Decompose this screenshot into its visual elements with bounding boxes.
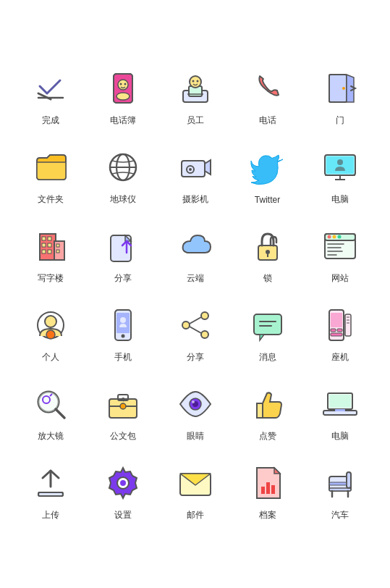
svg-rect-94 (329, 395, 351, 408)
svg-point-88 (120, 403, 126, 409)
svg-point-63 (182, 322, 190, 329)
svg-rect-33 (42, 237, 46, 240)
icon-item-magnify: 放大镜 (14, 377, 87, 448)
thumbup-icon (246, 382, 289, 426)
svg-text:$: $ (122, 396, 125, 403)
svg-rect-75 (331, 333, 342, 336)
svg-point-11 (192, 80, 194, 83)
icon-item-door: 门 (304, 61, 376, 133)
svg-rect-34 (48, 237, 51, 240)
complete-label: 完成 (42, 114, 59, 127)
icon-item-building: 写字楼 (14, 219, 87, 290)
cloud-icon (174, 224, 217, 268)
icon-item-desktop: 座机 (304, 298, 376, 369)
complete-icon (29, 67, 72, 110)
icon-item-globe: 地球仪 (87, 140, 159, 211)
twitter-icon (246, 147, 289, 190)
svg-point-5 (116, 93, 130, 100)
share3-icon (174, 303, 217, 347)
svg-point-7 (124, 83, 126, 85)
cloud-label: 云端 (187, 272, 204, 285)
share2-icon (101, 224, 145, 268)
folder-icon (29, 146, 72, 189)
svg-rect-74 (337, 329, 342, 332)
svg-point-61 (120, 317, 126, 323)
icon-item-twitter: Twitter (232, 140, 304, 211)
svg-line-66 (190, 327, 201, 333)
globe-icon (101, 146, 145, 189)
thumbup-label: 点赞 (259, 430, 276, 442)
eye-icon (174, 382, 217, 426)
svg-rect-96 (335, 409, 345, 411)
briefcase-icon: $ (101, 382, 145, 426)
share3-label: 分享 (187, 351, 204, 364)
settings-icon (101, 461, 145, 505)
icon-item-message: 消息 (232, 298, 304, 369)
svg-line-82 (56, 409, 64, 418)
svg-point-10 (190, 76, 201, 88)
mail-label: 邮件 (187, 509, 204, 521)
svg-point-24 (189, 168, 192, 171)
laptop-icon (318, 382, 362, 426)
icon-item-briefcase: $ 公文包 (87, 377, 159, 448)
svg-rect-105 (261, 487, 265, 494)
message-label: 消息 (259, 351, 276, 364)
folder-label: 文件夹 (38, 193, 64, 206)
svg-point-62 (201, 312, 208, 319)
icon-item-eye: 眼睛 (159, 377, 232, 448)
phone-label: 电话 (259, 114, 276, 127)
website-icon (318, 224, 362, 268)
desktop-icon (318, 303, 362, 347)
upload-label: 上传 (42, 509, 59, 521)
svg-point-49 (332, 235, 336, 239)
icon-item-phone: 电话 (232, 61, 304, 133)
car-label: 汽车 (331, 509, 349, 521)
svg-point-27 (337, 159, 343, 165)
svg-rect-35 (42, 243, 46, 247)
upload-icon (29, 461, 72, 505)
svg-rect-107 (271, 485, 275, 494)
person-label: 个人 (42, 351, 59, 364)
icon-item-person: 个人 (14, 298, 87, 369)
svg-point-48 (327, 235, 331, 239)
svg-rect-39 (56, 244, 59, 247)
building-label: 写字楼 (38, 272, 64, 285)
svg-rect-37 (42, 250, 46, 253)
svg-rect-36 (48, 243, 51, 247)
svg-rect-67 (254, 314, 281, 335)
icon-item-mobile: 手机 (87, 298, 159, 369)
svg-rect-72 (331, 313, 342, 327)
file-label: 档案 (259, 509, 276, 521)
svg-point-50 (337, 235, 341, 239)
icon-item-settings: 设置 (87, 455, 159, 527)
eye-label: 眼睛 (187, 430, 204, 442)
svg-point-17 (342, 87, 345, 90)
icon-item-laptop: 电脑 (304, 377, 376, 448)
svg-point-44 (266, 250, 270, 254)
message-icon (246, 303, 289, 347)
camera-icon (174, 146, 217, 189)
icon-item-phonebook: 电话簿 (87, 61, 159, 133)
globe-label: 地球仪 (110, 193, 136, 206)
svg-point-56 (45, 316, 56, 327)
mobile-label: 手机 (114, 351, 132, 364)
employee-icon (174, 67, 217, 110)
svg-rect-106 (266, 482, 270, 494)
building-icon (29, 224, 72, 268)
icon-item-share3: 分享 (159, 298, 232, 369)
icon-item-folder: 文件夹 (14, 140, 87, 211)
svg-rect-113 (329, 482, 347, 485)
icon-item-share2: 分享 (87, 219, 159, 290)
svg-point-57 (46, 330, 55, 339)
icon-grid: 完成 电话簿 (7, 54, 383, 534)
settings-label: 设置 (114, 509, 132, 521)
icon-item-upload: 上传 (14, 455, 87, 527)
icon-item-file: 档案 (232, 455, 304, 527)
svg-rect-73 (331, 329, 336, 332)
svg-point-60 (121, 335, 124, 338)
mail-icon (174, 461, 217, 505)
icon-item-car: 汽车 (304, 455, 376, 527)
camera-label: 摄影机 (182, 193, 208, 206)
phonebook-icon (101, 67, 145, 110)
icon-item-employee: 员工 (159, 61, 232, 133)
